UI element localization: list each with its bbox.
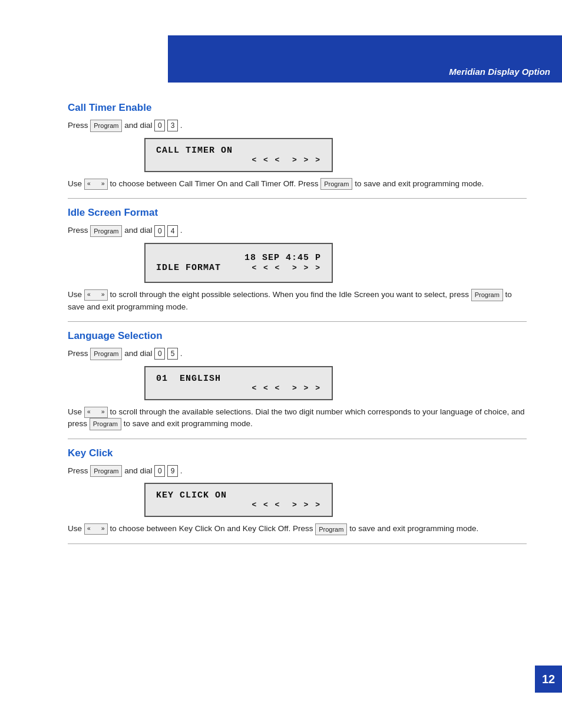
section-language: Language Selection Press Program and dia… [68,330,527,430]
press-label-4: Press [68,466,88,475]
key-click-desc: Use « » to choose between Key Click On a… [68,523,527,535]
rule-3 [68,439,527,439]
desc-1b: to save and exit programming mode. [355,179,484,188]
desc-1: to choose between Call Timer On and Call… [110,179,321,188]
call-timer-lcd: CALL TIMER ON < < < > > > [144,138,333,172]
scroll-btn-1[interactable]: « » [84,179,108,190]
lcd-text-1a: CALL TIMER ON [156,146,233,156]
lcd-line-4b: < < < > > > [156,500,321,509]
rule-4 [68,543,527,544]
language-heading: Language Selection [68,330,527,342]
header-banner: Meridian Display Option [168,35,562,83]
language-press-line: Press Program and dial 0 5 . [68,348,527,360]
section-key-click: Key Click Press Program and dial 0 9 . K… [68,447,527,535]
call-timer-desc: Use « » to choose between Call Timer On … [68,178,527,190]
idle-screen-desc: Use « » to scroll through the eight poss… [68,289,527,313]
key-click-heading: Key Click [68,447,527,459]
dial-digit-2b: 4 [167,225,178,237]
and-dial-2: and dial [124,226,154,235]
call-timer-press-line: Press Program and dial 0 3 . [68,120,527,132]
dial-digit-4a: 0 [154,465,165,477]
dial-digit-2a: 0 [154,225,165,237]
lcd-line-4a: KEY CLICK ON [156,490,321,500]
program-btn-2[interactable]: Program [90,225,122,238]
lcd-nav-4b: < < < > > > [252,500,321,509]
scroll-btn-2[interactable]: « » [84,289,108,301]
period-2: . [180,226,183,235]
desc-4b: to save and exit programming mode. [349,524,478,533]
program-btn-1b[interactable]: Program [320,178,352,190]
program-btn-1[interactable]: Program [90,120,122,132]
lcd-text-2a: 18 SEP 4:45 P [244,253,321,263]
lcd-text-3a: 01 ENGLISH [156,374,221,384]
use-label-1: Use [68,179,84,188]
program-btn-2b[interactable]: Program [471,289,503,301]
lcd-nav-1b: < < < > > > [252,156,321,164]
period-3: . [180,349,183,358]
desc-2: to scroll through the eight possible sel… [110,290,471,299]
press-label-2: Press [68,226,88,235]
main-content: Call Timer Enable Press Program and dial… [68,97,527,552]
dial-digit-3a: 0 [154,348,165,360]
use-label-2: Use [68,290,84,299]
header-title: Meridian Display Option [449,67,550,77]
desc-3b: to save and exit programming mode. [124,419,253,428]
idle-screen-heading: Idle Screen Format [68,207,527,219]
period-1: . [180,121,183,130]
lcd-line-1a: CALL TIMER ON [156,146,321,156]
lcd-line-2a: 18 SEP 4:45 P [156,253,321,263]
dial-digit-1a: 0 [154,120,165,131]
dial-digit-3b: 5 [167,348,178,360]
dial-digit-4b: 9 [167,465,178,477]
press-label-3: Press [68,349,88,358]
scroll-btn-3[interactable]: « » [84,407,108,418]
rule-2 [68,321,527,322]
idle-press-line: Press Program and dial 0 4 . [68,225,527,237]
lcd-nav-2b: < < < > > > [252,263,321,272]
idle-lcd: 18 SEP 4:45 P IDLE FORMAT < < < > > > [144,243,333,283]
lcd-line-2b: IDLE FORMAT < < < > > > [156,263,321,273]
lcd-nav-3b: < < < > > > [252,384,321,393]
lcd-text-2b: IDLE FORMAT [156,263,221,273]
call-timer-heading: Call Timer Enable [68,102,527,114]
use-label-4: Use [68,524,84,533]
lcd-text-4a: KEY CLICK ON [156,490,227,500]
program-btn-3[interactable]: Program [90,348,122,360]
press-label-1: Press [68,121,88,130]
lcd-line-3b: < < < > > > [156,384,321,393]
section-idle-screen: Idle Screen Format Press Program and dia… [68,207,527,313]
program-btn-4[interactable]: Program [90,465,122,477]
lcd-line-1b: < < < > > > [156,156,321,164]
and-dial-3: and dial [124,349,154,358]
and-dial-1: and dial [124,121,154,130]
lcd-line-3a: 01 ENGLISH [156,374,321,384]
period-4: . [180,466,183,475]
page-number-badge: 12 [535,666,562,693]
rule-1 [68,198,527,199]
use-label-3: Use [68,407,84,416]
language-lcd: 01 ENGLISH < < < > > > [144,366,333,400]
program-btn-4b[interactable]: Program [315,523,347,536]
desc-4: to choose between Key Click On and Key C… [110,524,316,533]
and-dial-4: and dial [124,466,154,475]
scroll-btn-4[interactable]: « » [84,523,108,535]
program-btn-3b[interactable]: Program [90,418,121,430]
dial-digit-1b: 3 [167,120,178,131]
language-desc: Use « » to scroll through the available … [68,406,527,430]
key-click-lcd: KEY CLICK ON < < < > > > [144,483,333,517]
key-click-press-line: Press Program and dial 0 9 . [68,465,527,477]
section-call-timer: Call Timer Enable Press Program and dial… [68,102,527,190]
page-number: 12 [542,673,555,686]
